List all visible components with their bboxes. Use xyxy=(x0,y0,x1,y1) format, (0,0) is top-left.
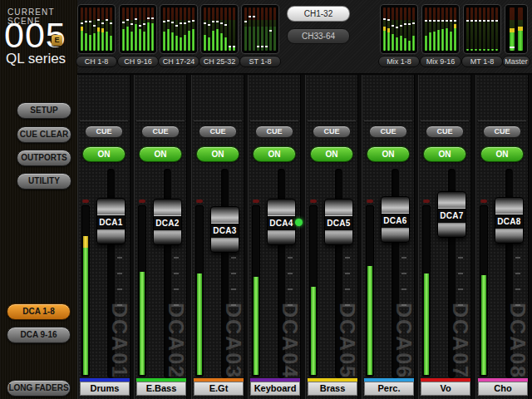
cue-button-dca3[interactable]: CUE xyxy=(199,126,237,138)
strip-level-meter xyxy=(138,205,146,377)
cue-button-dca2[interactable]: CUE xyxy=(141,126,180,138)
meter-bar-fill xyxy=(180,37,182,51)
on-button-dca8[interactable]: ON xyxy=(480,146,524,162)
bank-button-ch33-64[interactable]: CH33-64 xyxy=(287,28,350,44)
meter-peak-mark xyxy=(110,22,112,24)
fader-knob-dca7[interactable]: DCA7 xyxy=(437,191,466,238)
fader-knob-dca3[interactable]: DCA3 xyxy=(210,206,239,253)
meter-peak-mark xyxy=(122,22,125,23)
meter-block-ch-1-8[interactable] xyxy=(77,4,116,54)
meter-bar-fill xyxy=(244,27,247,51)
meter-bar xyxy=(184,7,186,51)
channel-strip-dca5[interactable]: CUEONDCA5DCA05Brass xyxy=(305,75,358,399)
channel-name-e-gt[interactable]: E.Gt xyxy=(194,382,244,396)
strip-divider xyxy=(364,121,412,121)
channel-strips: CUEONDCA1DCA01DrumsCUEONDCA2DCA02E.BassC… xyxy=(77,75,532,399)
fader-knob-dca1[interactable]: DCA1 xyxy=(96,198,126,244)
on-button-dca6[interactable]: ON xyxy=(367,146,410,162)
channel-strip-dca4[interactable]: CUEONDCA4DCA04Keyboard xyxy=(248,75,301,399)
meter-bar xyxy=(466,7,469,51)
channel-name-drums[interactable]: Drums xyxy=(80,382,130,396)
meter-block-mix-9-16[interactable] xyxy=(421,4,460,54)
fader-knob-label: DCA8 xyxy=(495,214,523,229)
meter-block-mt-1-8[interactable] xyxy=(463,4,501,54)
meter-bar-fill xyxy=(192,29,195,51)
meter-block-label-st-1-8: ST 1-8 xyxy=(239,56,281,67)
meter-bar-fill xyxy=(483,49,485,51)
meter-block-ch-17-24[interactable] xyxy=(160,4,198,54)
meter-block-st-1-8[interactable] xyxy=(241,4,279,54)
meter-bar-fill xyxy=(487,49,490,51)
fader-scale-tick xyxy=(117,273,122,274)
meter-bar xyxy=(147,7,150,51)
channel-strip-dca8[interactable]: CUEONDCA8DCA08Cho xyxy=(475,75,529,399)
fader-knob-dca8[interactable]: DCA8 xyxy=(495,197,524,244)
meter-bar xyxy=(167,7,170,51)
meter-peak-mark xyxy=(454,20,456,22)
meter-block-ch-25-32[interactable] xyxy=(200,4,239,54)
meter-bar xyxy=(188,7,190,51)
channel-strip-dca1[interactable]: CUEONDCA1DCA01Drums xyxy=(77,75,131,399)
meter-peak-mark xyxy=(387,19,390,21)
meter-peak-mark xyxy=(212,21,214,22)
bank-button-ch1-32[interactable]: CH1-32 xyxy=(287,6,350,22)
sidebar-button-dca-9-16[interactable]: DCA 9-16 xyxy=(7,327,71,343)
meter-peak-mark xyxy=(175,25,178,27)
cue-button-dca4[interactable]: CUE xyxy=(255,126,293,138)
meter-bar-yellow-tip xyxy=(454,24,456,28)
meter-bar xyxy=(450,7,452,51)
channel-name-keyboard[interactable]: Keyboard xyxy=(250,382,300,396)
cue-button-dca6[interactable]: CUE xyxy=(369,126,407,138)
meter-peak-mark xyxy=(143,23,145,25)
channel-strip-dca2[interactable]: CUEONDCA2DCA02E.Bass xyxy=(134,75,187,399)
channel-name-perc[interactable]: Perc. xyxy=(364,382,414,396)
cue-button-dca8[interactable]: CUE xyxy=(483,126,521,138)
strip-level-meter xyxy=(422,205,431,377)
fader-knob-label: DCA2 xyxy=(154,215,181,231)
fader-knob-dca4[interactable]: DCA4 xyxy=(267,199,296,245)
cue-button-dca1[interactable]: CUE xyxy=(85,126,123,138)
meter-block-master[interactable] xyxy=(505,4,528,54)
on-button-dca7[interactable]: ON xyxy=(423,146,466,162)
on-button-dca3[interactable]: ON xyxy=(196,146,239,162)
fader-knob-dca6[interactable]: DCA6 xyxy=(381,196,410,243)
fader-knob-dca5[interactable]: DCA5 xyxy=(324,199,353,245)
meter-bar xyxy=(143,7,145,51)
strip-watermark: DCA07 xyxy=(450,303,470,379)
on-button-dca5[interactable]: ON xyxy=(310,146,353,162)
meter-bar xyxy=(204,7,206,51)
meter-block-ch-9-16[interactable] xyxy=(119,4,157,54)
meter-block-mix-1-8[interactable] xyxy=(380,4,418,54)
cue-button-dca7[interactable]: CUE xyxy=(426,126,464,138)
meter-block-label-ch-9-16: CH 9-16 xyxy=(117,56,159,67)
on-button-dca4[interactable]: ON xyxy=(253,146,296,162)
meter-bar-fill xyxy=(479,49,481,51)
meter-bar-fill xyxy=(85,33,87,51)
on-button-dca1[interactable]: ON xyxy=(82,146,126,162)
fader-knob-dca2[interactable]: DCA2 xyxy=(153,199,182,245)
cue-button-dca5[interactable]: CUE xyxy=(313,126,351,138)
sidebar-button-dca-1-8[interactable]: DCA 1-8 xyxy=(7,303,71,320)
meter-bar xyxy=(396,7,398,51)
channel-name-e-bass[interactable]: E.Bass xyxy=(136,382,186,396)
channel-strip-dca3[interactable]: CUEONDCA3DCA03E.Gt xyxy=(191,75,244,399)
channel-name-cho[interactable]: Cho xyxy=(478,382,528,396)
on-button-dca2[interactable]: ON xyxy=(139,146,182,162)
sidebar-button-utility[interactable]: UTILITY xyxy=(17,173,71,190)
meter-peak-mark xyxy=(495,20,498,22)
meter-peak-mark xyxy=(135,18,137,20)
strip-meter-fill xyxy=(140,272,145,375)
channel-strip-dca6[interactable]: CUEONDCA6DCA06Perc. xyxy=(362,75,415,399)
meter-bar xyxy=(135,7,137,51)
channel-name-vo[interactable]: Vo xyxy=(421,382,470,396)
meter-bar xyxy=(180,7,182,51)
sidebar-button-long-faders[interactable]: LONG FADERS xyxy=(7,380,71,397)
meter-bar-fill xyxy=(433,32,436,51)
meter-peak-mark xyxy=(249,16,251,17)
channel-strip-dca7[interactable]: CUEONDCA7DCA07Vo xyxy=(418,75,471,399)
sidebar-button-setup[interactable]: SETUP xyxy=(17,102,71,119)
channel-name-brass[interactable]: Brass xyxy=(308,382,357,396)
sidebar-button-cue-clear[interactable]: CUE CLEAR xyxy=(17,126,71,143)
meter-bar xyxy=(479,7,481,51)
sidebar-button-outports[interactable]: OUTPORTS xyxy=(17,150,71,166)
